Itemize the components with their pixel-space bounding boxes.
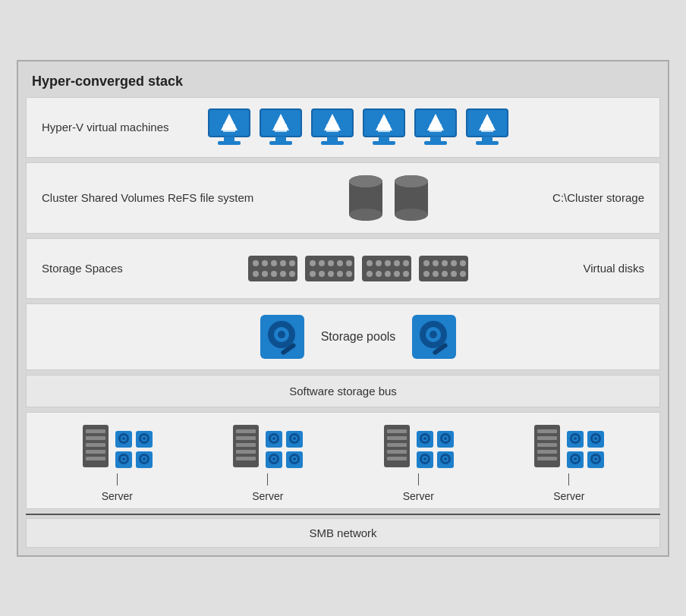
svg-rect-139: [387, 443, 407, 447]
raid-icon-3: [362, 256, 411, 281]
svg-rect-93: [86, 429, 105, 433]
svg-rect-7: [275, 124, 287, 132]
svg-point-85: [278, 331, 285, 338]
svg-rect-2: [223, 124, 235, 132]
hyperv-content: [194, 108, 523, 147]
svg-rect-117: [236, 443, 256, 447]
svg-point-70: [403, 271, 409, 277]
svg-point-44: [253, 271, 259, 277]
svg-rect-22: [430, 124, 442, 132]
svg-point-167: [574, 437, 577, 440]
server-line-3: [418, 473, 419, 486]
server-unit-2: Server: [231, 423, 304, 502]
svg-point-40: [262, 260, 268, 266]
raid-icon-1: [248, 256, 297, 281]
svg-point-69: [394, 271, 400, 277]
svg-rect-38: [248, 256, 297, 281]
server-graphic-2: [231, 423, 304, 469]
svg-point-101: [122, 437, 125, 440]
svg-point-149: [444, 437, 447, 440]
svg-point-41: [271, 260, 277, 266]
storage-pools-content: Storage pools: [194, 313, 523, 360]
server-disks-2: [265, 430, 304, 469]
vm-monitor-2: [259, 108, 303, 147]
svg-rect-138: [387, 436, 407, 440]
smb-network-line: [26, 514, 660, 515]
server-label-2: Server: [252, 490, 283, 502]
vm-monitor-1: [207, 108, 251, 147]
server-tower-icon-4: [533, 423, 562, 469]
svg-point-78: [433, 271, 439, 277]
svg-point-175: [574, 457, 577, 460]
svg-rect-97: [86, 457, 105, 460]
svg-point-51: [319, 260, 325, 266]
csv-right-label: C:\Cluster storage: [523, 191, 644, 204]
svg-rect-162: [537, 450, 557, 454]
server-disks-4: [566, 430, 605, 469]
svg-rect-118: [236, 450, 256, 454]
svg-point-109: [122, 457, 125, 460]
svg-rect-14: [321, 141, 344, 145]
svg-point-153: [423, 457, 426, 460]
svg-rect-95: [86, 443, 105, 447]
svg-rect-3: [224, 137, 234, 141]
smb-label: SMB network: [309, 526, 376, 539]
server-disks-3: [416, 430, 455, 469]
hyperv-label: Hyper-V virtual machines: [42, 121, 194, 134]
svg-rect-19: [373, 141, 395, 145]
server-unit-3: Server: [382, 423, 455, 502]
server-label-1: Server: [102, 490, 133, 502]
svg-point-64: [394, 260, 400, 266]
vm-monitor-6: [465, 108, 509, 147]
svg-point-65: [403, 260, 409, 266]
storage-spaces-row: Storage Spaces: [26, 238, 660, 299]
svg-rect-141: [387, 457, 407, 460]
svg-point-50: [310, 260, 316, 266]
svg-rect-115: [236, 429, 256, 433]
software-bus-row: Software storage bus: [26, 375, 660, 407]
svg-rect-163: [537, 457, 557, 460]
svg-rect-137: [387, 429, 407, 433]
svg-rect-116: [236, 436, 256, 440]
svg-point-75: [451, 260, 457, 266]
svg-point-81: [460, 271, 466, 277]
svg-point-33: [349, 175, 382, 187]
svg-point-80: [451, 271, 457, 277]
svg-point-61: [367, 260, 373, 266]
svg-point-43: [289, 260, 295, 266]
svg-point-113: [143, 457, 146, 460]
raid-icon-4: [419, 256, 468, 281]
diagram-title: Hyper-converged stack: [26, 69, 660, 97]
svg-point-39: [253, 260, 259, 266]
server-tower-icon-3: [382, 423, 411, 469]
hdd-icon-right: [411, 313, 458, 360]
svg-point-79: [442, 271, 448, 277]
svg-point-45: [262, 271, 268, 277]
svg-point-62: [376, 260, 382, 266]
server-tower-icon-2: [231, 423, 260, 469]
svg-rect-49: [305, 256, 354, 281]
storage-spaces-label: Storage Spaces: [42, 262, 194, 275]
server-label-4: Server: [553, 490, 584, 502]
svg-point-67: [376, 271, 382, 277]
storage-spaces-right-label: Virtual disks: [523, 262, 644, 275]
server-graphic-4: [533, 423, 605, 469]
svg-point-42: [280, 260, 286, 266]
svg-point-54: [346, 260, 352, 266]
svg-point-72: [423, 260, 430, 266]
server-line-2: [267, 473, 268, 486]
hyperv-row: Hyper-V virtual machines: [26, 97, 660, 158]
svg-rect-94: [86, 436, 105, 440]
svg-point-74: [442, 260, 448, 266]
svg-point-90: [430, 331, 437, 338]
svg-point-63: [385, 260, 391, 266]
storage-spaces-content: [194, 256, 523, 281]
svg-rect-12: [326, 124, 338, 132]
svg-point-123: [272, 437, 275, 440]
svg-point-145: [423, 437, 426, 440]
svg-point-47: [280, 271, 286, 277]
svg-rect-24: [424, 141, 447, 145]
svg-point-58: [337, 271, 343, 277]
svg-point-135: [293, 457, 296, 460]
svg-rect-8: [275, 137, 286, 141]
